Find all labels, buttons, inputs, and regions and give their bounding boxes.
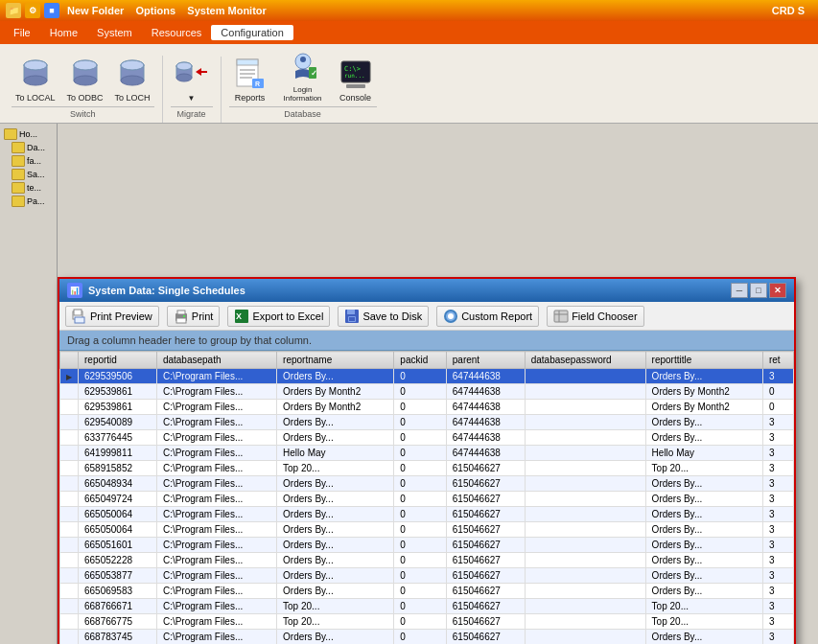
cell-reporttitle: Top 20... (645, 614, 762, 630)
tree-label-5: Pa... (27, 196, 45, 206)
cell-parent: 615046627 (446, 522, 525, 538)
field-chooser-icon (553, 309, 569, 324)
col-indicator (60, 352, 79, 369)
table-row[interactable]: 658915852C:\Program Files...Top 20...061… (60, 461, 794, 476)
print-preview-label: Print Preview (90, 310, 152, 322)
cell-databasepassword (525, 415, 645, 430)
titlebar-title: New Folder Options System Monitor (67, 5, 772, 16)
menu-system[interactable]: System (87, 25, 142, 40)
cell-databasepath: C:\Program Files... (156, 568, 276, 584)
table-row[interactable]: ▶629539506C:\Program Files...Orders By..… (60, 369, 794, 384)
table-row[interactable]: 665048934C:\Program Files...Orders By...… (60, 476, 794, 492)
tree-item-5[interactable]: Pa... (4, 195, 53, 208)
cell-reporttitle: Orders By... (645, 430, 762, 446)
tree-label-1: Da... (27, 143, 45, 152)
to-loch-button[interactable]: To LOCH (111, 56, 154, 104)
cell-ret: 3 (762, 630, 793, 645)
tree-item-3[interactable]: Sa... (4, 168, 53, 181)
menu-home[interactable]: Home (40, 25, 87, 40)
cell-packid: 0 (394, 538, 446, 553)
reports-button[interactable]: R Reports (229, 56, 271, 104)
tree-item-1[interactable]: Da... (4, 141, 53, 154)
save-disk-button[interactable]: Save to Disk (338, 306, 429, 327)
row-indicator (60, 476, 79, 492)
table-row[interactable]: 665069583C:\Program Files...Orders By...… (60, 584, 794, 599)
console-button[interactable]: C:\> run... Console (335, 56, 377, 104)
cell-ret: 3 (762, 538, 793, 553)
table-row[interactable]: 629539861C:\Program Files...Orders By Mo… (60, 400, 794, 415)
app-icon: 📁 (6, 3, 21, 18)
field-chooser-button[interactable]: Field Chooser (547, 306, 643, 327)
cell-reportid: 629539861 (79, 400, 157, 415)
table-row[interactable]: 641999811C:\Program Files...Hello May064… (60, 446, 794, 461)
cell-databasepath: C:\Program Files... (156, 538, 276, 553)
to-odbc-button[interactable]: To ODBC (63, 56, 107, 104)
menu-configuration[interactable]: Configuration (211, 25, 292, 40)
cell-ret: 3 (762, 522, 793, 538)
cell-parent: 615046627 (446, 568, 525, 584)
folder-icon-1 (12, 142, 25, 153)
cell-packid: 0 (394, 384, 446, 400)
print-button[interactable]: Print (167, 306, 221, 327)
col-reportid[interactable]: reportid (79, 352, 157, 369)
row-indicator (60, 446, 79, 461)
col-packid[interactable]: packid (394, 352, 446, 369)
menu-file[interactable]: File (4, 25, 40, 40)
cell-databasepath: C:\Program Files... (156, 415, 276, 430)
cell-databasepassword (525, 369, 645, 384)
to-local-button[interactable]: To LOCAL (12, 56, 59, 104)
table-row[interactable]: 629539861C:\Program Files...Orders By Mo… (60, 384, 794, 400)
svg-rect-18 (237, 59, 258, 65)
table-row[interactable]: 665049724C:\Program Files...Orders By...… (60, 492, 794, 507)
print-preview-button[interactable]: Print Preview (65, 306, 159, 327)
sysmon-icon: ■ (44, 3, 59, 18)
table-row[interactable]: 668766775C:\Program Files...Top 20...061… (60, 614, 794, 630)
migrate-buttons: ▼ (171, 57, 213, 104)
table-row[interactable]: 629540089C:\Program Files...Orders By...… (60, 415, 794, 430)
row-indicator (60, 507, 79, 522)
export-excel-button[interactable]: X Export to Excel (227, 306, 330, 327)
cell-parent: 615046627 (446, 492, 525, 507)
custom-report-button[interactable]: Custom Report (436, 306, 539, 327)
table-row[interactable]: 665050064C:\Program Files...Orders By...… (60, 522, 794, 538)
col-reportname[interactable]: reportname (277, 352, 394, 369)
cell-databasepassword (525, 522, 645, 538)
table-row[interactable]: 665053877C:\Program Files...Orders By...… (60, 568, 794, 584)
table-row[interactable]: 668766671C:\Program Files...Top 20...061… (60, 599, 794, 614)
row-indicator (60, 400, 79, 415)
login-info-button[interactable]: ✓ Login Information (275, 48, 331, 104)
col-databasepath[interactable]: databasepath (156, 352, 276, 369)
tree-item-0[interactable]: Ho... (4, 127, 53, 141)
to-loch-label: To LOCH (115, 93, 151, 103)
col-parent[interactable]: parent (446, 352, 525, 369)
close-button[interactable]: ✕ (769, 283, 786, 298)
cell-reporttitle: Orders By... (645, 584, 762, 599)
toolbar-group-database: R Reports ✓ Login Information (222, 48, 385, 123)
cell-reporttitle: Top 20... (645, 461, 762, 476)
data-table-container[interactable]: reportid databasepath reportname packid … (59, 351, 794, 644)
table-row[interactable]: 668783745C:\Program Files...Orders By...… (60, 630, 794, 645)
maximize-button[interactable]: □ (750, 283, 767, 298)
table-row[interactable]: 665051601C:\Program Files...Orders By...… (60, 538, 794, 553)
table-body: ▶629539506C:\Program Files...Orders By..… (60, 369, 794, 645)
table-row[interactable]: 633776445C:\Program Files...Orders By...… (60, 430, 794, 446)
table-row[interactable]: 665052228C:\Program Files...Orders By...… (60, 553, 794, 568)
table-row[interactable]: 665050064C:\Program Files...Orders By...… (60, 507, 794, 522)
to-local-icon (18, 58, 53, 92)
cell-reporttitle: Orders By... (645, 476, 762, 492)
cell-databasepath: C:\Program Files... (156, 369, 276, 384)
col-databasepassword[interactable]: databasepassword (525, 352, 645, 369)
svg-rect-33 (74, 310, 82, 315)
cell-ret: 3 (762, 507, 793, 522)
cell-reporttitle: Orders By... (645, 568, 762, 584)
col-ret[interactable]: ret (762, 352, 793, 369)
cell-databasepassword (525, 568, 645, 584)
minimize-button[interactable]: ─ (731, 283, 748, 298)
col-reporttitle[interactable]: reporttitle (645, 352, 762, 369)
tree-item-4[interactable]: te... (4, 181, 53, 195)
svg-point-7 (74, 60, 97, 70)
tree-item-2[interactable]: fa... (4, 154, 53, 168)
cell-reporttitle: Orders By Month2 (645, 384, 762, 400)
migrate-button[interactable]: ▼ (171, 57, 213, 104)
menu-resources[interactable]: Resources (142, 25, 212, 40)
